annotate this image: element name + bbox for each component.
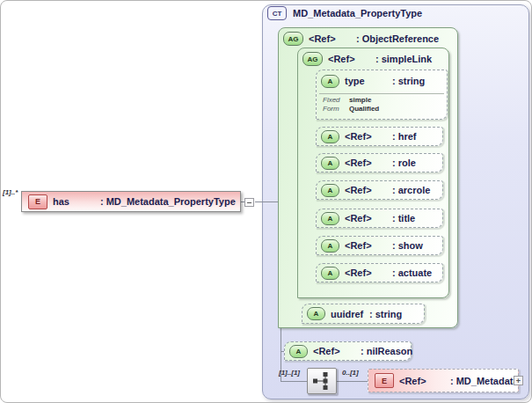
sequence-icon — [310, 370, 333, 392]
attribute-icon: A — [321, 212, 339, 225]
attribute-group-icon: AG — [302, 52, 323, 66]
attribute-role[interactable]: A <Ref> :role — [316, 153, 443, 172]
attribute-uuidref[interactable]: A uuidref :string — [302, 304, 425, 324]
fact-label: Form — [323, 105, 349, 113]
element-type: MD_Metadata — [456, 376, 519, 386]
separator: : — [356, 33, 360, 44]
collapse-handle-icon[interactable] — [244, 198, 254, 207]
facts-divider — [319, 93, 444, 94]
group-type: simpleLink — [382, 54, 432, 64]
attribute-icon: A — [321, 75, 339, 88]
attribute-name: <Ref> — [313, 346, 355, 356]
element-icon: E — [28, 194, 47, 209]
facts-table: Fixed simple Form Qualified — [323, 96, 379, 113]
attribute-actuate[interactable]: A <Ref> :actuate — [316, 263, 443, 282]
complex-type-header: CT MD_Metadata_PropertyType — [267, 6, 422, 20]
attribute-type-name: href — [398, 131, 417, 142]
attribute-name: <Ref> — [345, 131, 387, 142]
attribute-icon: A — [307, 307, 325, 320]
attribute-type-name: role — [398, 158, 416, 168]
separator: : — [392, 131, 396, 142]
separator: : — [450, 376, 454, 386]
separator: : — [100, 196, 104, 207]
sequence-cardinality: [1]..[1] — [279, 369, 300, 377]
attribute-show[interactable]: A <Ref> :show — [316, 236, 443, 255]
attribute-title[interactable]: A <Ref> :title — [316, 209, 443, 228]
attribute-href[interactable]: A <Ref> :href — [316, 127, 443, 146]
attribute-name: type — [345, 76, 387, 86]
element-name: has — [53, 196, 95, 207]
attribute-icon: A — [321, 184, 339, 197]
schema-diagram: [1]..* E has :MD_Metadata_PropertyType C… — [0, 0, 532, 403]
fact-label: Fixed — [323, 96, 349, 104]
separator: : — [392, 267, 396, 278]
expand-plus-icon[interactable]: + — [514, 376, 523, 385]
element-icon: E — [375, 373, 394, 388]
separator: : — [392, 213, 396, 223]
element-ref-name: <Ref> — [399, 376, 445, 386]
attribute-type[interactable]: A type :string Fixed simple Form Qualifi… — [316, 70, 448, 120]
attribute-type-name: nilReason — [367, 346, 413, 356]
element-has[interactable]: E has :MD_Metadata_PropertyType — [21, 191, 241, 212]
attribute-type-name: string — [375, 309, 403, 319]
attribute-name: <Ref> — [345, 267, 387, 278]
separator: : — [392, 76, 396, 86]
complex-type-icon: CT — [267, 6, 287, 20]
attribute-name: <Ref> — [345, 158, 387, 168]
separator: : — [392, 158, 396, 168]
attribute-icon: A — [321, 130, 339, 143]
attribute-name: <Ref> — [345, 240, 387, 251]
attribute-arcrole[interactable]: A <Ref> :arcrole — [316, 180, 443, 200]
attribute-name: <Ref> — [345, 213, 387, 223]
attribute-type-name: actuate — [398, 267, 433, 278]
attribute-icon: A — [321, 267, 339, 280]
fact-value: Qualified — [349, 105, 379, 113]
fact-value: simple — [349, 96, 379, 104]
group-type: ObjectReference — [362, 33, 439, 44]
separator: : — [369, 309, 373, 319]
separator: : — [392, 185, 396, 195]
attribute-nilreason[interactable]: A <Ref> :nilReason — [284, 341, 412, 361]
separator: : — [375, 54, 379, 64]
complex-type-title: MD_Metadata_PropertyType — [293, 8, 422, 18]
source-element-cardinality: [1]..* — [3, 188, 18, 196]
group-ref-name: <Ref> — [328, 54, 370, 64]
attribute-icon: A — [321, 239, 339, 253]
attribute-type-name: arcrole — [398, 185, 431, 195]
attribute-type-name: string — [398, 76, 426, 86]
child-cardinality: 0..[1] — [342, 369, 359, 377]
attribute-name: <Ref> — [345, 185, 387, 195]
element-md-metadata[interactable]: E <Ref> :MD_Metadata + — [368, 369, 519, 392]
separator: : — [361, 346, 364, 356]
attribute-type-name: show — [398, 240, 423, 251]
attribute-group-icon: AG — [283, 32, 303, 46]
element-type: MD_Metadata_PropertyType — [106, 196, 236, 207]
attribute-name: uuidref — [331, 309, 364, 319]
separator: : — [392, 240, 396, 251]
sequence-compositor[interactable] — [307, 368, 337, 394]
attribute-type-name: title — [398, 213, 416, 223]
attribute-icon: A — [289, 345, 308, 358]
group-ref-name: <Ref> — [309, 33, 351, 44]
attribute-icon: A — [321, 157, 339, 170]
